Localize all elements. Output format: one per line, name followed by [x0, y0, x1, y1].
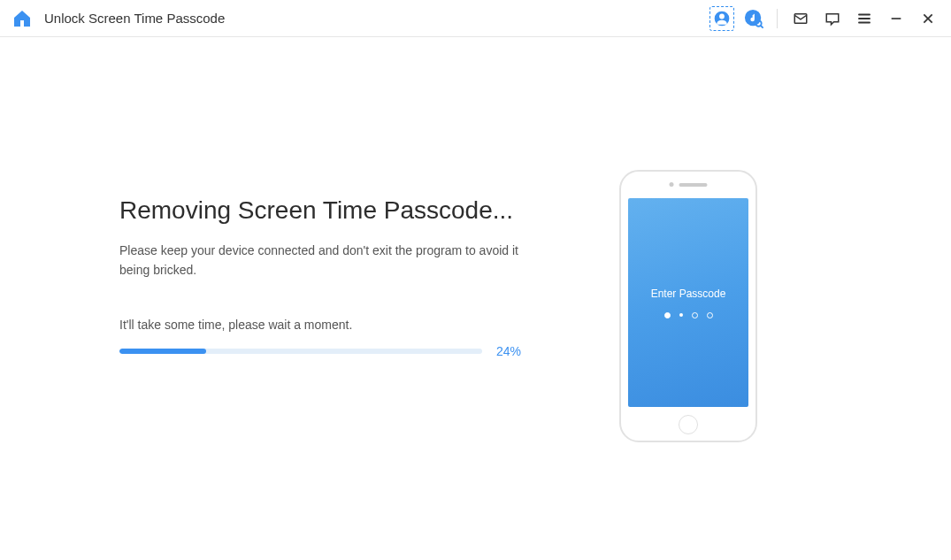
- content-left: Removing Screen Time Passcode... Please …: [53, 37, 619, 358]
- phone-speaker: [670, 182, 708, 187]
- close-icon[interactable]: [916, 6, 940, 31]
- main-description: Please keep your device connected and do…: [119, 241, 535, 280]
- content-right: Enter Passcode: [619, 37, 784, 442]
- progress-percent: 24%: [496, 344, 521, 358]
- header-right: [709, 6, 940, 31]
- header-left: Unlock Screen Time Passcode: [11, 7, 225, 30]
- menu-icon[interactable]: [852, 6, 877, 31]
- phone-screen: Enter Passcode: [628, 198, 748, 407]
- home-icon[interactable]: [11, 7, 34, 30]
- header-divider: [777, 9, 778, 28]
- passcode-dot-icon: [692, 312, 698, 318]
- passcode-dots: [664, 312, 713, 318]
- chat-icon[interactable]: [820, 6, 845, 31]
- minimize-icon[interactable]: [884, 6, 909, 31]
- progress-bar: [119, 349, 482, 354]
- phone-screen-text: Enter Passcode: [651, 288, 726, 300]
- svg-line-4: [761, 26, 763, 27]
- progress-row: 24%: [119, 344, 619, 358]
- passcode-dot-icon: [707, 312, 713, 318]
- mail-icon[interactable]: [788, 6, 813, 31]
- main-heading: Removing Screen Time Passcode...: [119, 196, 619, 225]
- phone-illustration: Enter Passcode: [619, 170, 757, 442]
- progress-fill: [119, 349, 206, 354]
- phone-camera-icon: [670, 182, 674, 187]
- passcode-dot-icon: [679, 313, 683, 317]
- svg-point-1: [719, 13, 725, 19]
- wait-text: It'll take some time, please wait a mome…: [119, 318, 619, 332]
- main-content: Removing Screen Time Passcode... Please …: [0, 37, 951, 560]
- page-title: Unlock Screen Time Passcode: [44, 11, 225, 26]
- phone-earpiece-icon: [679, 183, 708, 187]
- passcode-dot-icon: [664, 312, 671, 318]
- header: Unlock Screen Time Passcode: [0, 0, 951, 37]
- user-icon[interactable]: [709, 6, 734, 31]
- music-search-icon[interactable]: [741, 6, 766, 31]
- phone-home-button-icon: [679, 415, 698, 434]
